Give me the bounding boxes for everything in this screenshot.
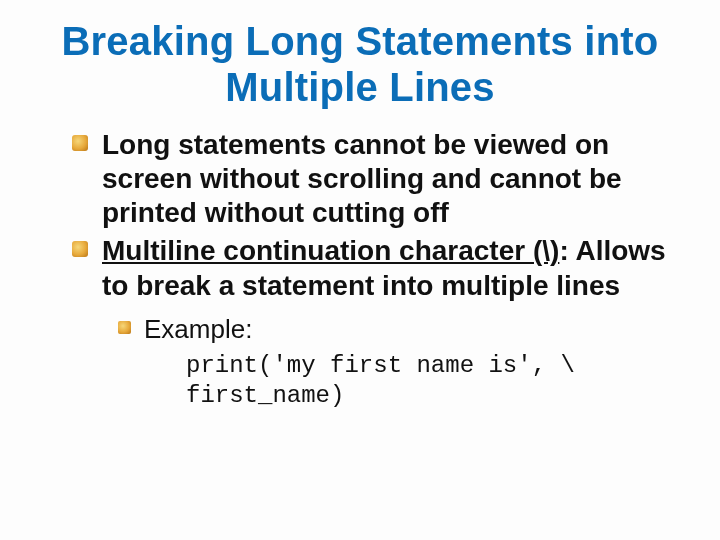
slide-title: Breaking Long Statements into Multiple L… (40, 18, 680, 110)
code-block: print('my first name is', \ first_name) (186, 351, 680, 411)
code-line-2: first_name) (186, 381, 680, 411)
code-line-1: print('my first name is', \ (186, 351, 680, 381)
bullet-item-2: Multiline continuation character (\): Al… (102, 234, 680, 411)
sub-bullet-list: Example: (102, 313, 680, 346)
slide: Breaking Long Statements into Multiple L… (0, 0, 720, 540)
bullet-term-2: Multiline continuation character (\) (102, 235, 559, 266)
sub-bullet-text-1: Example: (144, 314, 252, 344)
bullet-list: Long statements cannot be viewed on scre… (40, 128, 680, 411)
sub-bullet-item-1: Example: (144, 313, 680, 346)
bullet-text-1: Long statements cannot be viewed on scre… (102, 129, 622, 228)
bullet-item-1: Long statements cannot be viewed on scre… (102, 128, 680, 230)
